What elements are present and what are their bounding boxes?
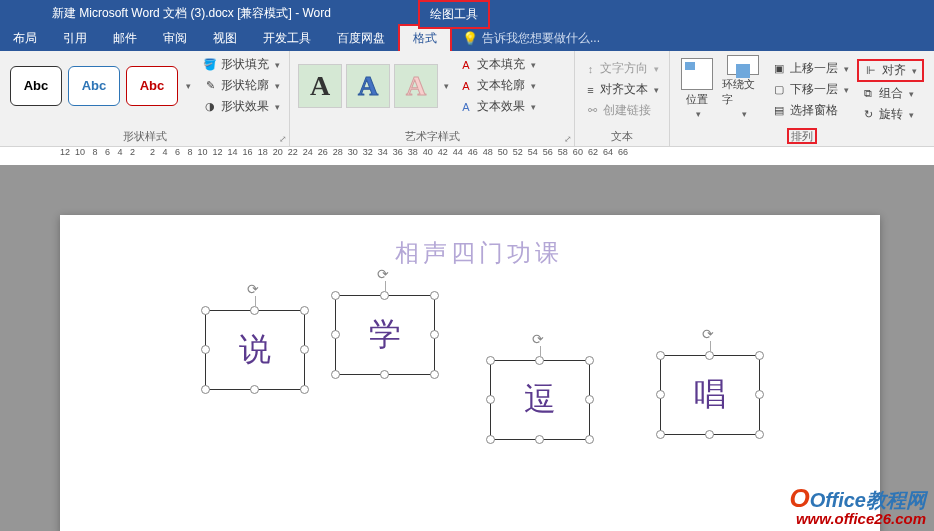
ribbon: Abc Abc Abc ▾ 🪣形状填充▾ ✎形状轮廓▾ ◑形状效果▾ 形状样式 … — [0, 51, 934, 147]
tab-baidu[interactable]: 百度网盘 — [324, 26, 398, 51]
drawing-tools-context-tab[interactable]: 绘图工具 — [418, 0, 490, 29]
office-logo-icon: O — [789, 483, 809, 513]
bring-forward-icon: ▣ — [772, 62, 786, 76]
dialog-launcher-icon[interactable]: ⤢ — [279, 134, 287, 144]
horizontal-ruler[interactable]: 12 10 8 6 4 2 2 4 6 8 10 12 14 16 18 20 … — [0, 147, 934, 165]
shape-style-preset-1[interactable]: Abc — [10, 66, 62, 106]
group-wordart-styles: A A A ▾ A文本填充▾ A文本轮廓▾ A文本效果▾ 艺术字样式 ⤢ — [290, 51, 575, 146]
create-link-button[interactable]: ⚯创建链接 — [581, 101, 663, 120]
wrap-icon — [727, 55, 759, 75]
shape-style-more-icon[interactable]: ▾ — [186, 81, 191, 91]
text-effects-icon: A — [459, 100, 473, 114]
tab-layout[interactable]: 布局 — [0, 26, 50, 51]
ribbon-tabs: 布局 引用 邮件 审阅 视图 开发工具 百度网盘 格式 💡 告诉我您想要做什么.… — [0, 26, 934, 51]
text-fill-icon: A — [459, 58, 473, 72]
tell-me-placeholder: 告诉我您想要做什么... — [482, 30, 600, 47]
wordart-preset-2[interactable]: A — [346, 64, 390, 108]
tab-references[interactable]: 引用 — [50, 26, 100, 51]
shape-box-4[interactable]: ⟳ 唱 — [660, 355, 760, 435]
wordart-preset-1[interactable]: A — [298, 64, 342, 108]
rotate-button[interactable]: ↻旋转▾ — [857, 105, 924, 124]
rotate-icon: ↻ — [861, 108, 875, 122]
ruler-ticks: 12 10 8 6 4 2 2 4 6 8 10 12 14 16 18 20 … — [60, 147, 628, 157]
shape-text: 逗 — [524, 378, 556, 422]
selection-pane-icon: ▤ — [772, 104, 786, 118]
wrap-text-button[interactable]: 环绕文字▾ — [722, 55, 764, 119]
text-outline-icon: A — [459, 79, 473, 93]
tab-developer[interactable]: 开发工具 — [250, 26, 324, 51]
document-heading: 相声四门功课 — [395, 237, 563, 269]
group-label: 排列 — [676, 127, 928, 144]
group-icon: ⧉ — [861, 87, 875, 101]
shape-text: 说 — [239, 328, 271, 372]
align-text-icon: ≡ — [585, 83, 596, 97]
window-title: 新建 Microsoft Word 文档 (3).docx [兼容模式] - W… — [4, 5, 331, 22]
paint-bucket-icon: 🪣 — [203, 58, 217, 72]
tab-mail[interactable]: 邮件 — [100, 26, 150, 51]
shape-text: 唱 — [694, 373, 726, 417]
group-shape-styles: Abc Abc Abc ▾ 🪣形状填充▾ ✎形状轮廓▾ ◑形状效果▾ 形状样式 … — [0, 51, 290, 146]
effects-icon: ◑ — [203, 100, 217, 114]
position-icon — [681, 58, 713, 90]
shape-style-preset-3[interactable]: Abc — [126, 66, 178, 106]
group-label: 艺术字样式 — [296, 127, 568, 144]
wordart-more-icon[interactable]: ▾ — [444, 81, 449, 91]
shape-box-1[interactable]: ⟳ 说 — [205, 310, 305, 390]
bring-forward-button[interactable]: ▣上移一层▾ — [768, 59, 853, 78]
group-button[interactable]: ⧉组合▾ — [857, 84, 924, 103]
bulb-icon: 💡 — [462, 31, 478, 46]
page: 相声四门功课 ⟳ 说 ⟳ 学 ⟳ 逗 ⟳ 唱 — [60, 215, 880, 531]
text-direction-button[interactable]: ↕文字方向▾ — [581, 59, 663, 78]
tab-format[interactable]: 格式 — [400, 26, 450, 51]
wordart-preset-3[interactable]: A — [394, 64, 438, 108]
watermark: OOffice教程网 www.office26.com — [789, 483, 926, 527]
dialog-launcher-icon[interactable]: ⤢ — [564, 134, 572, 144]
group-text: ↕文字方向▾ ≡对齐文本▾ ⚯创建链接 文本 — [575, 51, 670, 146]
align-button[interactable]: ⊩对齐▾ — [860, 61, 921, 80]
align-icon: ⊩ — [864, 64, 878, 78]
rotate-handle-icon[interactable]: ⟳ — [702, 326, 718, 342]
group-label: 形状样式 — [6, 127, 283, 144]
shape-text: 学 — [369, 313, 401, 357]
document-workspace[interactable]: 相声四门功课 ⟳ 说 ⟳ 学 ⟳ 逗 ⟳ 唱 — [0, 165, 934, 531]
shape-box-3[interactable]: ⟳ 逗 — [490, 360, 590, 440]
send-backward-button[interactable]: ▢下移一层▾ — [768, 80, 853, 99]
text-direction-icon: ↕ — [585, 62, 596, 76]
tab-view[interactable]: 视图 — [200, 26, 250, 51]
text-effects-button[interactable]: A文本效果▾ — [455, 97, 540, 116]
group-arrange: 位置▾ 环绕文字▾ ▣上移一层▾ ▢下移一层▾ ▤选择窗格 ⊩对齐▾ ⧉组合▾ … — [670, 51, 934, 146]
shape-outline-button[interactable]: ✎形状轮廓▾ — [199, 76, 284, 95]
group-label: 文本 — [581, 127, 663, 144]
position-button[interactable]: 位置▾ — [676, 55, 718, 119]
align-text-button[interactable]: ≡对齐文本▾ — [581, 80, 663, 99]
text-outline-button[interactable]: A文本轮廓▾ — [455, 76, 540, 95]
send-backward-icon: ▢ — [772, 83, 786, 97]
rotate-handle-icon[interactable]: ⟳ — [532, 331, 548, 347]
text-fill-button[interactable]: A文本填充▾ — [455, 55, 540, 74]
shape-fill-button[interactable]: 🪣形状填充▾ — [199, 55, 284, 74]
link-icon: ⚯ — [585, 104, 599, 118]
selection-pane-button[interactable]: ▤选择窗格 — [768, 101, 853, 120]
shape-style-preset-2[interactable]: Abc — [68, 66, 120, 106]
shape-effects-button[interactable]: ◑形状效果▾ — [199, 97, 284, 116]
rotate-handle-icon[interactable]: ⟳ — [377, 266, 393, 282]
shape-box-2[interactable]: ⟳ 学 — [335, 295, 435, 375]
tab-review[interactable]: 审阅 — [150, 26, 200, 51]
rotate-handle-icon[interactable]: ⟳ — [247, 281, 263, 297]
tell-me-input[interactable]: 💡 告诉我您想要做什么... — [462, 30, 600, 47]
watermark-brand: Office教程网 — [810, 489, 926, 511]
pen-icon: ✎ — [203, 79, 217, 93]
